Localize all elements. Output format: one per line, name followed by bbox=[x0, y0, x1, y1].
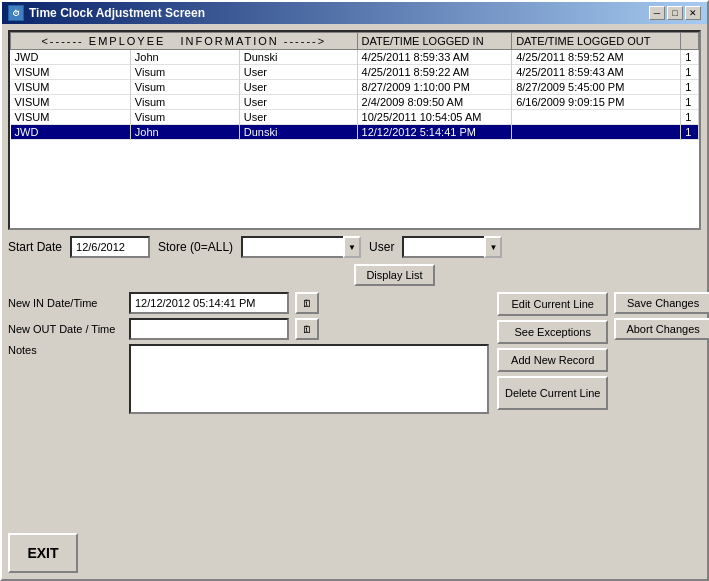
notes-row: Notes bbox=[8, 344, 489, 414]
store-select-arrow[interactable]: ▼ bbox=[343, 236, 361, 258]
data-table-section: <------ EMPLOYEE INFORMATION ------> DAT… bbox=[8, 30, 701, 230]
table-row[interactable]: VISUM Visum User 10/25/2011 10:54:05 AM … bbox=[11, 110, 699, 125]
row-count: 1 bbox=[681, 125, 699, 140]
row-last: User bbox=[239, 110, 357, 125]
row-id: JWD bbox=[11, 125, 131, 140]
row-count: 1 bbox=[681, 80, 699, 95]
row-count: 1 bbox=[681, 50, 699, 65]
main-window: ⏱ Time Clock Adjustment Screen ─ □ ✕ <--… bbox=[0, 0, 709, 581]
row-first: John bbox=[130, 50, 239, 65]
user-label: User bbox=[369, 240, 394, 254]
row-last: User bbox=[239, 65, 357, 80]
start-date-input[interactable] bbox=[70, 236, 150, 258]
title-bar: ⏱ Time Clock Adjustment Screen ─ □ ✕ bbox=[2, 2, 707, 24]
row-date-in: 10/25/2011 10:54:05 AM bbox=[357, 110, 512, 125]
count-header bbox=[681, 33, 699, 50]
abort-changes-button[interactable]: Abort Changes bbox=[614, 318, 709, 340]
row-id: VISUM bbox=[11, 95, 131, 110]
save-changes-button[interactable]: Save Changes bbox=[614, 292, 709, 314]
row-date-in: 2/4/2009 8:09:50 AM bbox=[357, 95, 512, 110]
new-in-label: New IN Date/Time bbox=[8, 297, 123, 309]
notes-label: Notes bbox=[8, 344, 123, 356]
date-out-header: DATE/TIME LOGGED OUT bbox=[512, 33, 681, 50]
table-row[interactable]: VISUM Visum User 2/4/2009 8:09:50 AM 6/1… bbox=[11, 95, 699, 110]
new-in-calendar-button[interactable]: 🗓 bbox=[295, 292, 319, 314]
new-in-row: New IN Date/Time 🗓 bbox=[8, 292, 489, 314]
row-id: VISUM bbox=[11, 80, 131, 95]
row-id: VISUM bbox=[11, 110, 131, 125]
user-select-arrow[interactable]: ▼ bbox=[484, 236, 502, 258]
row-date-in: 4/25/2011 8:59:33 AM bbox=[357, 50, 512, 65]
fields-section: New IN Date/Time 🗓 New OUT Date / Time 🗓… bbox=[8, 292, 489, 573]
row-date-out: 4/25/2011 8:59:52 AM bbox=[512, 50, 681, 65]
row-date-in: 8/27/2009 1:10:00 PM bbox=[357, 80, 512, 95]
window-title: Time Clock Adjustment Screen bbox=[29, 6, 205, 20]
row-count: 1 bbox=[681, 65, 699, 80]
controls-row: Start Date Store (0=ALL) ▼ User ▼ bbox=[8, 236, 701, 258]
title-bar-left: ⏱ Time Clock Adjustment Screen bbox=[8, 5, 205, 21]
start-date-label: Start Date bbox=[8, 240, 62, 254]
time-clock-table: <------ EMPLOYEE INFORMATION ------> DAT… bbox=[10, 32, 699, 140]
row-first: Visum bbox=[130, 65, 239, 80]
edit-current-line-button[interactable]: Edit Current Line bbox=[497, 292, 608, 316]
display-list-button[interactable]: Display List bbox=[354, 264, 434, 286]
content-area: <------ EMPLOYEE INFORMATION ------> DAT… bbox=[2, 24, 707, 579]
date-in-header: DATE/TIME LOGGED IN bbox=[357, 33, 512, 50]
employee-info-header: <------ EMPLOYEE INFORMATION ------> bbox=[11, 33, 358, 50]
row-date-out: 6/16/2009 9:09:15 PM bbox=[512, 95, 681, 110]
new-out-calendar-button[interactable]: 🗓 bbox=[295, 318, 319, 340]
action-section: Edit Current Line See Exceptions Add New… bbox=[497, 292, 707, 573]
row-first: Visum bbox=[130, 80, 239, 95]
row-date-out: 8/27/2009 5:45:00 PM bbox=[512, 80, 681, 95]
row-count: 1 bbox=[681, 95, 699, 110]
row-last: User bbox=[239, 95, 357, 110]
row-date-out bbox=[512, 125, 681, 140]
row-last: Dunski bbox=[239, 125, 357, 140]
bottom-section: New IN Date/Time 🗓 New OUT Date / Time 🗓… bbox=[8, 292, 701, 573]
new-out-row: New OUT Date / Time 🗓 bbox=[8, 318, 489, 340]
close-button[interactable]: ✕ bbox=[685, 6, 701, 20]
exit-row: EXIT bbox=[8, 529, 489, 573]
app-icon: ⏱ bbox=[8, 5, 24, 21]
notes-section: Notes bbox=[8, 344, 489, 525]
maximize-button[interactable]: □ bbox=[667, 6, 683, 20]
action-buttons-area: Edit Current Line See Exceptions Add New… bbox=[497, 292, 707, 410]
table-row[interactable]: VISUM Visum User 8/27/2009 1:10:00 PM 8/… bbox=[11, 80, 699, 95]
row-first: John bbox=[130, 125, 239, 140]
table-header-row: <------ EMPLOYEE INFORMATION ------> DAT… bbox=[11, 33, 699, 50]
notes-textarea[interactable] bbox=[129, 344, 489, 414]
new-out-input[interactable] bbox=[129, 318, 289, 340]
row-count: 1 bbox=[681, 110, 699, 125]
store-label: Store (0=ALL) bbox=[158, 240, 233, 254]
save-abort-buttons: Save Changes Abort Changes bbox=[614, 292, 709, 410]
add-new-record-button[interactable]: Add New Record bbox=[497, 348, 608, 372]
table-row[interactable]: VISUM Visum User 4/25/2011 8:59:22 AM 4/… bbox=[11, 65, 699, 80]
table-row[interactable]: JWD John Dunski 4/25/2011 8:59:33 AM 4/2… bbox=[11, 50, 699, 65]
row-first: Visum bbox=[130, 95, 239, 110]
display-list-row: Display List bbox=[88, 264, 701, 286]
see-exceptions-button[interactable]: See Exceptions bbox=[497, 320, 608, 344]
row-date-out: 4/25/2011 8:59:43 AM bbox=[512, 65, 681, 80]
new-out-label: New OUT Date / Time bbox=[8, 323, 123, 335]
minimize-button[interactable]: ─ bbox=[649, 6, 665, 20]
title-controls: ─ □ ✕ bbox=[649, 6, 701, 20]
left-action-buttons: Edit Current Line See Exceptions Add New… bbox=[497, 292, 608, 410]
row-date-in: 12/12/2012 5:14:41 PM bbox=[357, 125, 512, 140]
row-date-in: 4/25/2011 8:59:22 AM bbox=[357, 65, 512, 80]
table-body: JWD John Dunski 4/25/2011 8:59:33 AM 4/2… bbox=[11, 50, 699, 140]
user-select-wrapper: ▼ bbox=[402, 236, 502, 258]
row-first: Visum bbox=[130, 110, 239, 125]
row-id: JWD bbox=[11, 50, 131, 65]
row-date-out bbox=[512, 110, 681, 125]
exit-button[interactable]: EXIT bbox=[8, 533, 78, 573]
row-last: Dunski bbox=[239, 50, 357, 65]
row-last: User bbox=[239, 80, 357, 95]
table-row[interactable]: JWD John Dunski 12/12/2012 5:14:41 PM 1 bbox=[11, 125, 699, 140]
delete-current-line-button[interactable]: Delete Current Line bbox=[497, 376, 608, 410]
store-select-wrapper: ▼ bbox=[241, 236, 361, 258]
row-id: VISUM bbox=[11, 65, 131, 80]
new-in-input[interactable] bbox=[129, 292, 289, 314]
